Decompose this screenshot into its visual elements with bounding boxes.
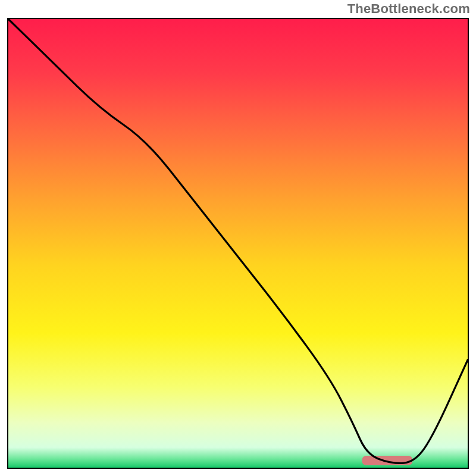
optimal-range-marker: [362, 456, 412, 465]
bottleneck-chart: [0, 0, 476, 476]
chart-stage: TheBottleneck.com: [0, 0, 476, 476]
watermark-text: TheBottleneck.com: [347, 1, 470, 17]
